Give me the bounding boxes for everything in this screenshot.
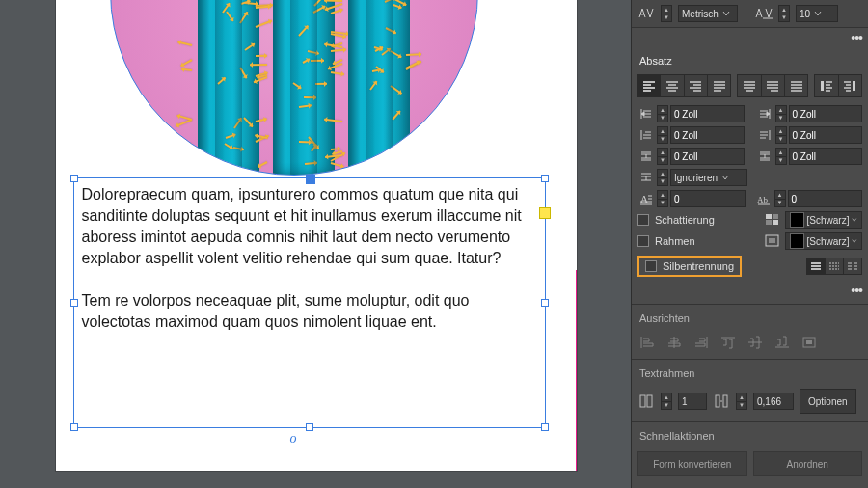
- border-color-dropdown[interactable]: [Schwarz]: [785, 232, 862, 250]
- columns-field[interactable]: 1: [678, 393, 707, 410]
- right-indent-field[interactable]: 0 Zoll: [789, 105, 863, 122]
- left-indent-stepper[interactable]: ▲▼: [657, 105, 668, 122]
- first-line-indent-stepper[interactable]: ▲▼: [657, 126, 668, 144]
- align-objects-row: [632, 330, 868, 355]
- svg-rect-4: [766, 214, 772, 219]
- svg-rect-11: [806, 340, 812, 344]
- page[interactable]: Dolorepraecum quam, ipsunturero commos q…: [56, 0, 577, 471]
- selection-handle[interactable]: [541, 299, 549, 307]
- align-vertical-centers-icon[interactable]: [746, 334, 765, 351]
- align-more-icon[interactable]: [800, 334, 819, 351]
- gutter-stepper[interactable]: ▲▼: [736, 393, 747, 410]
- align-top-edges-icon[interactable]: [719, 334, 738, 351]
- selection-handle-out-port[interactable]: [541, 423, 549, 431]
- body-paragraph[interactable]: Tem re volorpos neceaquae plit, sume mol…: [82, 290, 537, 333]
- document-canvas[interactable]: Dolorepraecum quam, ipsunturero commos q…: [0, 0, 632, 488]
- body-paragraph[interactable]: Dolorepraecum quam, ipsunturero commos q…: [82, 184, 537, 269]
- space-between-dropdown[interactable]: Ignorieren: [670, 169, 747, 186]
- align-left-edges-icon[interactable]: [637, 334, 657, 351]
- hyphenation-checkbox[interactable]: [645, 260, 657, 272]
- textframe-options-button[interactable]: Optionen: [800, 389, 856, 414]
- text-frame-selected[interactable]: Dolorepraecum quam, ipsunturero commos q…: [73, 177, 546, 428]
- align-right-edges-icon[interactable]: [692, 334, 711, 351]
- drop-cap-lines-stepper[interactable]: ▲▼: [657, 190, 668, 207]
- justify-left-button[interactable]: [707, 74, 731, 97]
- drop-cap-lines-field[interactable]: 0: [670, 190, 746, 207]
- kerning-stepper[interactable]: ▲▼: [661, 5, 672, 22]
- selection-handle[interactable]: [306, 423, 313, 431]
- drop-cap-lines-icon: A: [637, 190, 655, 207]
- arrange-button[interactable]: Anordnen: [753, 451, 863, 476]
- shading-color-dropdown[interactable]: [Schwarz]: [785, 211, 862, 229]
- last-line-indent-field[interactable]: 0 Zoll: [789, 126, 863, 144]
- character-kerning-row: ▲▼ Metrisch ▲▼ 10: [632, 0, 868, 28]
- selection-handle[interactable]: [541, 175, 549, 182]
- selection-handle[interactable]: [539, 207, 551, 219]
- align-center-button[interactable]: [660, 74, 684, 97]
- justify-all-button[interactable]: [784, 74, 808, 97]
- guide-line: [56, 176, 577, 176]
- tracking-dropdown[interactable]: 10: [796, 5, 838, 22]
- svg-rect-12: [640, 395, 645, 407]
- border-swatch-icon[interactable]: [764, 232, 781, 250]
- space-before-field[interactable]: 0 Zoll: [670, 148, 745, 165]
- left-indent-icon: [637, 105, 655, 122]
- space-between-same-style-icon: [637, 169, 655, 186]
- gutter-field[interactable]: 0,166: [753, 393, 794, 410]
- kerning-icon: [637, 5, 655, 22]
- left-indent-field[interactable]: 0 Zoll: [670, 105, 745, 122]
- last-line-indent-icon: [756, 126, 773, 144]
- align-left-button[interactable]: [637, 74, 661, 97]
- image-frame-circle[interactable]: [110, 0, 478, 176]
- hyphenation-label: Silbentrennung: [663, 260, 734, 272]
- drop-cap-chars-field[interactable]: 0: [788, 190, 863, 207]
- space-before-stepper[interactable]: ▲▼: [657, 148, 668, 165]
- svg-rect-13: [647, 395, 652, 407]
- textframe-section-title: Textrahmen: [632, 359, 868, 385]
- columns-stepper[interactable]: ▲▼: [661, 393, 672, 410]
- shading-checkbox[interactable]: [637, 214, 649, 226]
- right-indent-icon: [756, 105, 773, 122]
- border-checkbox[interactable]: [637, 235, 649, 247]
- align-horizontal-centers-icon[interactable]: [665, 334, 684, 351]
- align-bottom-edges-icon[interactable]: [773, 334, 792, 351]
- adobe-composer-button[interactable]: [806, 258, 826, 275]
- selection-handle[interactable]: [70, 299, 78, 307]
- svg-rect-14: [716, 395, 719, 407]
- paragraph-alignment-row: [632, 72, 868, 103]
- shading-swatch-icon[interactable]: [764, 211, 781, 229]
- convert-shape-button[interactable]: Form konvertieren: [637, 451, 747, 476]
- align-right-button[interactable]: [684, 74, 708, 97]
- right-indent-stepper[interactable]: ▲▼: [775, 105, 787, 122]
- border-label: Rahmen: [655, 235, 695, 247]
- drop-cap-chars-stepper[interactable]: ▲▼: [774, 190, 786, 207]
- selection-handle[interactable]: [70, 175, 78, 182]
- space-after-stepper[interactable]: ▲▼: [775, 148, 787, 165]
- svg-rect-7: [773, 220, 778, 225]
- world-ready-composer-button[interactable]: [843, 258, 862, 275]
- space-after-field[interactable]: 0 Zoll: [789, 148, 863, 165]
- border-color-swatch: [790, 233, 804, 249]
- cactus-image: [198, 0, 410, 175]
- selection-handle[interactable]: [70, 423, 78, 431]
- space-between-stepper[interactable]: ▲▼: [657, 169, 668, 186]
- svg-rect-6: [766, 220, 772, 225]
- svg-text:A: A: [640, 193, 648, 204]
- justify-right-button[interactable]: [761, 74, 785, 97]
- space-between-value: Ignorieren: [674, 173, 718, 183]
- character-panel-menu-icon[interactable]: •••: [632, 28, 868, 47]
- svg-rect-1: [853, 81, 855, 91]
- tracking-stepper[interactable]: ▲▼: [778, 5, 790, 22]
- selection-handle-in-port[interactable]: [306, 175, 315, 184]
- justify-center-button[interactable]: [737, 74, 761, 97]
- align-away-spine-button[interactable]: [838, 74, 862, 97]
- last-line-indent-stepper[interactable]: ▲▼: [775, 126, 787, 144]
- first-line-indent-field[interactable]: 0 Zoll: [670, 126, 745, 144]
- kerning-method-dropdown[interactable]: Metrisch: [678, 5, 738, 22]
- paragraph-panel-menu-icon[interactable]: •••: [632, 281, 868, 300]
- shading-label: Schattierung: [655, 214, 715, 226]
- border-color-name: [Schwarz]: [807, 236, 850, 247]
- align-towards-spine-button[interactable]: [814, 74, 838, 97]
- control-panel: ▲▼ Metrisch ▲▼ 10 ••• Absatz ▲▼: [631, 0, 868, 488]
- adobe-single-line-composer-button[interactable]: [825, 258, 844, 275]
